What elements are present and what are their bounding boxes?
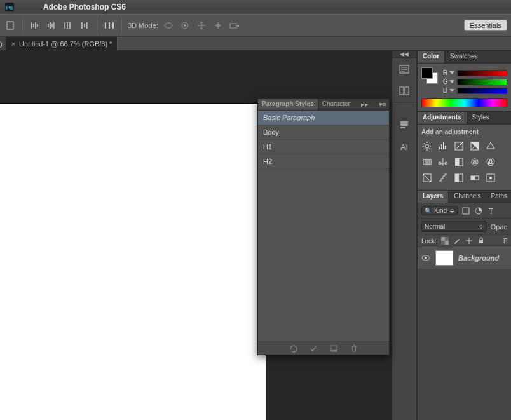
b-slider[interactable]	[457, 88, 507, 94]
character-panel-icon[interactable]: A	[392, 136, 416, 158]
tab-character-styles[interactable]: Character	[318, 99, 354, 110]
doc-tab-active[interactable]: × Untitled-1 @ 66.7% (RGB/8) *	[6, 37, 118, 50]
3d-scale-icon[interactable]	[228, 19, 241, 32]
svg-rect-10	[400, 87, 404, 95]
svg-rect-2	[7, 22, 13, 29]
3d-pan-icon[interactable]	[195, 19, 208, 32]
history-panel-icon[interactable]	[392, 58, 416, 80]
distribute-icon[interactable]	[103, 19, 116, 32]
document-canvas[interactable]	[0, 104, 266, 420]
bw-icon[interactable]	[453, 156, 465, 168]
svg-rect-37	[441, 237, 445, 241]
align-icon-1[interactable]	[29, 19, 41, 32]
adjustments-panel-tabs: Adjustments Styles	[418, 112, 511, 125]
paragraph-panel-icon[interactable]	[392, 114, 416, 136]
photo-filter-icon[interactable]	[469, 156, 480, 168]
svg-rect-11	[405, 87, 409, 95]
properties-panel-icon[interactable]	[392, 80, 416, 102]
lock-all-icon[interactable]	[477, 237, 485, 245]
tab-paths[interactable]: Paths	[486, 191, 511, 203]
align-icon-2[interactable]	[45, 19, 58, 32]
layers-panel-tabs: Layers Channels Paths	[418, 191, 511, 203]
vibrance-icon[interactable]	[485, 140, 496, 152]
svg-rect-38	[445, 241, 449, 245]
color-balance-icon[interactable]	[437, 156, 449, 168]
r-label: R	[443, 69, 449, 76]
paragraph-styles-footer	[258, 341, 389, 355]
filter-pixel-icon[interactable]	[461, 207, 470, 215]
svg-point-3	[165, 23, 172, 28]
separator	[97, 18, 97, 33]
doc-tab-label: Untitled-1 @ 66.7% (RGB/8) *	[19, 40, 112, 48]
brightness-icon[interactable]	[421, 140, 433, 152]
hue-icon[interactable]	[421, 156, 433, 168]
svg-rect-39	[479, 240, 483, 243]
svg-rect-30	[471, 176, 475, 180]
posterize-icon[interactable]	[437, 172, 449, 184]
title-bar: Ps Adobe Photoshop CS6	[0, 0, 511, 14]
threshold-icon[interactable]	[453, 172, 465, 184]
levels-icon[interactable]	[437, 140, 449, 152]
right-panel-dock: Color Swatches R G B Adjustments Styles …	[417, 51, 511, 420]
align-icon-3[interactable]	[62, 19, 74, 32]
app-title: Adobe Photoshop CS6	[37, 3, 126, 11]
paragraph-styles-panel[interactable]: Paragraph Styles Character ▸▸ ▾≡ Basic P…	[257, 98, 390, 355]
clear-override-icon[interactable]	[289, 344, 297, 353]
delete-style-icon[interactable]	[350, 344, 358, 353]
curves-icon[interactable]	[453, 140, 465, 152]
3d-roll-icon[interactable]	[179, 19, 191, 32]
separator	[22, 18, 23, 33]
svg-rect-43	[331, 350, 337, 351]
svg-rect-19	[455, 158, 459, 166]
style-item-h2[interactable]: H2	[258, 154, 389, 169]
3d-slide-icon[interactable]	[212, 19, 224, 32]
panel-menu-icon[interactable]: ▾≡	[376, 99, 389, 110]
visibility-icon[interactable]	[421, 255, 430, 261]
r-slider[interactable]	[457, 70, 507, 76]
layer-thumbnail[interactable]	[435, 250, 453, 266]
close-icon[interactable]: ×	[11, 40, 15, 48]
redefine-style-icon[interactable]	[309, 344, 318, 353]
tool-preset-icon[interactable]	[4, 19, 17, 32]
collapse-toggle[interactable]: ◀◀	[392, 51, 416, 58]
workspace-button[interactable]: Essentials	[464, 20, 507, 31]
panel-collapse-icon[interactable]: ▸▸	[358, 99, 371, 110]
exposure-icon[interactable]	[469, 140, 480, 152]
tab-styles[interactable]: Styles	[467, 112, 494, 124]
tab-paragraph-styles[interactable]: Paragraph Styles	[258, 99, 318, 110]
filter-adjust-icon[interactable]	[474, 207, 483, 215]
invert-icon[interactable]	[421, 172, 433, 184]
spectrum-ramp[interactable]	[421, 98, 507, 107]
svg-text:Ps: Ps	[6, 4, 13, 11]
align-icon-4[interactable]	[78, 19, 91, 32]
3d-rotate-icon[interactable]	[162, 19, 175, 32]
gradient-map-icon[interactable]	[469, 172, 480, 184]
tab-swatches[interactable]: Swatches	[445, 51, 482, 63]
selective-color-icon[interactable]	[485, 172, 496, 184]
fg-bg-swatch[interactable]	[421, 67, 438, 84]
tab-adjustments[interactable]: Adjustments	[418, 112, 467, 124]
layer-row[interactable]: Background	[418, 247, 511, 269]
tab-channels[interactable]: Channels	[449, 191, 486, 203]
style-item-basic[interactable]: Basic Paragraph	[258, 111, 389, 125]
tab-layers[interactable]: Layers	[418, 191, 449, 203]
lock-transparent-icon[interactable]	[441, 237, 449, 245]
blend-mode-dropdown[interactable]: Normal≑	[421, 221, 487, 232]
foreground-color-swatch[interactable]	[421, 67, 433, 79]
style-item-body[interactable]: Body	[258, 125, 389, 140]
svg-rect-28	[455, 174, 459, 182]
style-item-h1[interactable]: H1	[258, 140, 389, 154]
paragraph-style-list: Basic Paragraph Body H1 H2	[258, 111, 389, 169]
new-style-icon[interactable]	[329, 344, 338, 353]
channel-mixer-icon[interactable]	[485, 156, 496, 168]
svg-point-41	[425, 257, 427, 259]
g-slider[interactable]	[457, 79, 507, 85]
lock-paint-icon[interactable]	[453, 237, 461, 245]
color-panel: R G B	[418, 64, 511, 112]
doc-tab-partial[interactable]: )	[0, 37, 6, 50]
filter-kind-dropdown[interactable]: 🔍Kind≑	[421, 206, 458, 215]
filter-type-icon[interactable]: T	[487, 207, 496, 215]
tab-color[interactable]: Color	[418, 51, 445, 63]
layer-name[interactable]: Background	[458, 254, 499, 262]
lock-position-icon[interactable]	[465, 237, 473, 245]
